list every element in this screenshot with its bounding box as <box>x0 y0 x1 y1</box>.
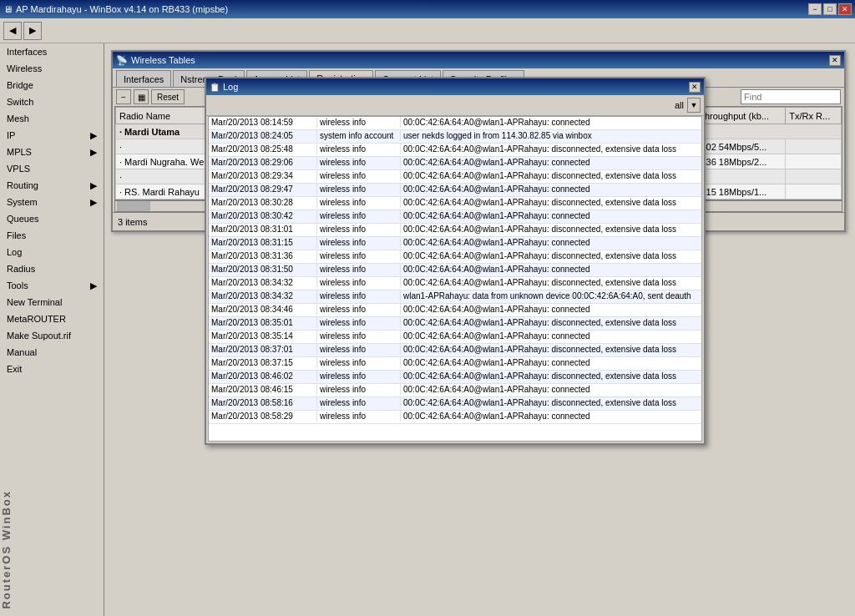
sidebar-item-radius[interactable]: Radius <box>0 260 104 277</box>
sidebar-label-mesh: Mesh <box>7 114 29 124</box>
sidebar-arrow-mpls: ▶ <box>90 147 97 158</box>
minus-button[interactable]: − <box>116 89 131 104</box>
sidebar-item-queues[interactable]: Queues <box>0 210 104 227</box>
tab-interfaces[interactable]: Interfaces <box>116 70 171 87</box>
log-window: 📋 Log ✕ all ▼ Mar/20/2013 08:14:59 wirel… <box>205 77 706 445</box>
filter-button[interactable]: ▦ <box>134 89 149 104</box>
log-row: Mar/20/2013 08:35:01 wireless info 00:0C… <box>209 317 701 331</box>
log-time: Mar/20/2013 08:35:14 <box>209 331 317 341</box>
sidebar-item-tools[interactable]: Tools ▶ <box>0 277 104 294</box>
sidebar-item-new-terminal[interactable]: New Terminal <box>0 294 104 311</box>
wireless-item-count: 3 items <box>118 217 147 227</box>
sidebar-item-metarouter[interactable]: MetaROUTER <box>0 311 104 327</box>
log-time: Mar/20/2013 08:34:32 <box>209 290 317 301</box>
log-time: Mar/20/2013 08:14:59 <box>209 117 317 128</box>
sidebar-item-vpls[interactable]: VPLS <box>0 160 104 177</box>
log-row: Mar/20/2013 08:35:14 wireless info 00:0C… <box>209 331 701 344</box>
sidebar-item-log[interactable]: Log <box>0 244 104 260</box>
sidebar-item-mpls[interactable]: MPLS ▶ <box>0 144 104 160</box>
sidebar-item-exit[interactable]: Exit <box>0 361 104 377</box>
log-topic: wireless info <box>317 144 401 154</box>
sidebar-label-vpls: VPLS <box>7 164 30 174</box>
log-message: 00:0C:42:6A:64:A0@wlan1-APRahayu: discon… <box>401 344 701 355</box>
log-topic: system info account <box>317 130 401 141</box>
log-row: Mar/20/2013 08:46:15 wireless info 00:0C… <box>209 384 701 397</box>
log-titlebar: 📋 Log ✕ <box>206 78 704 95</box>
log-time: Mar/20/2013 08:29:34 <box>209 170 317 181</box>
log-topic: wireless info <box>317 197 401 208</box>
log-message: 00:0C:42:6A:64:A0@wlan1-APRahayu: discon… <box>401 170 701 181</box>
log-message: 00:0C:42:6A:64:A0@wlan1-APRahayu: discon… <box>401 371 701 381</box>
log-row: Mar/20/2013 08:31:15 wireless info 00:0C… <box>209 237 701 250</box>
sidebar-label-log: Log <box>7 247 22 257</box>
log-row: Mar/20/2013 08:46:02 wireless info 00:0C… <box>209 371 701 384</box>
log-time: Mar/20/2013 08:29:06 <box>209 157 317 168</box>
log-entries-container[interactable]: Mar/20/2013 08:14:59 wireless info 00:0C… <box>208 116 702 442</box>
forward-button[interactable]: ▶ <box>23 22 42 40</box>
log-topic: wireless info <box>317 224 401 235</box>
log-time: Mar/20/2013 08:31:50 <box>209 264 317 275</box>
log-time: Mar/20/2013 08:29:47 <box>209 184 317 194</box>
log-time: Mar/20/2013 08:37:01 <box>209 344 317 355</box>
log-row: Mar/20/2013 08:29:06 wireless info 00:0C… <box>209 157 701 170</box>
log-message: 00:0C:42:6A:64:A0@wlan1-APRahayu: connec… <box>401 357 701 368</box>
close-button[interactable]: ✕ <box>838 3 852 15</box>
sidebar-label-wireless: Wireless <box>7 63 42 73</box>
sidebar-label-files: Files <box>7 230 26 240</box>
search-input[interactable] <box>741 89 841 104</box>
log-row: Mar/20/2013 08:58:16 wireless info 00:0C… <box>209 397 701 411</box>
sidebar-item-mesh[interactable]: Mesh <box>0 110 104 127</box>
sidebar-item-switch[interactable]: Switch <box>0 93 104 110</box>
sidebar-label-radius: Radius <box>7 264 35 274</box>
col-txrx[interactable]: Tx/Rx R... <box>786 108 842 124</box>
sidebar-item-make-supout[interactable]: Make Supout.rif <box>0 327 104 344</box>
wireless-tables-close[interactable]: ✕ <box>829 55 841 66</box>
log-topic: wireless info <box>317 237 401 248</box>
log-topic: wireless info <box>317 331 401 341</box>
title-bar-icon: 🖥 <box>3 4 13 14</box>
winbox-brand: RouterOS WinBox <box>0 483 104 616</box>
log-row: Mar/20/2013 08:14:59 wireless info 00:0C… <box>209 117 701 130</box>
log-topic: wireless info <box>317 317 401 328</box>
log-close-button[interactable]: ✕ <box>689 82 701 93</box>
wireless-tables-titlebar: 📡 Wireless Tables ✕ <box>113 52 844 68</box>
back-button[interactable]: ◀ <box>3 22 22 40</box>
reset-button[interactable]: Reset <box>151 89 185 104</box>
log-message: 00:0C:42:6A:64:A0@wlan1-APRahayu: discon… <box>401 277 701 288</box>
sidebar-item-files[interactable]: Files <box>0 227 104 244</box>
log-message: 00:0C:42:6A:64:A0@wlan1-APRahayu: connec… <box>401 184 701 194</box>
sidebar-item-system[interactable]: System ▶ <box>0 194 104 210</box>
sidebar: Interfaces Wireless Bridge Switch Mesh I… <box>0 43 104 616</box>
log-message: 00:0C:42:6A:64:A0@wlan1-APRahayu: connec… <box>401 157 701 168</box>
sidebar-label-routing: Routing <box>7 180 38 190</box>
log-time: Mar/20/2013 08:31:15 <box>209 237 317 248</box>
sidebar-label-system: System <box>7 197 38 207</box>
log-message: 00:0C:42:6A:64:A0@wlan1-APRahayu: discon… <box>401 397 701 408</box>
log-filter-dropdown[interactable]: ▼ <box>687 98 701 113</box>
log-topic: wireless info <box>317 304 401 315</box>
log-topic: wireless info <box>317 357 401 368</box>
log-row: Mar/20/2013 08:31:50 wireless info 00:0C… <box>209 264 701 277</box>
content-area: 📡 Wireless Tables ✕ Interfaces Nstreme D… <box>104 43 855 616</box>
log-message: 00:0C:42:6A:64:A0@wlan1-APRahayu: discon… <box>401 144 701 154</box>
title-bar-controls: − □ ✕ <box>808 3 852 15</box>
sidebar-label-tools: Tools <box>7 280 28 290</box>
log-time: Mar/20/2013 08:34:46 <box>209 304 317 315</box>
log-row: Mar/20/2013 08:30:42 wireless info 00:0C… <box>209 210 701 224</box>
sidebar-item-routing[interactable]: Routing ▶ <box>0 177 104 194</box>
sidebar-item-ip[interactable]: IP ▶ <box>0 127 104 144</box>
log-row: Mar/20/2013 08:31:01 wireless info 00:0C… <box>209 224 701 237</box>
sidebar-item-manual[interactable]: Manual <box>0 344 104 361</box>
log-topic: wireless info <box>317 371 401 381</box>
title-bar-text: AP Mardirahayu - WinBox v4.14 on RB433 (… <box>13 4 808 14</box>
sidebar-item-interfaces[interactable]: Interfaces <box>0 43 104 60</box>
minimize-button[interactable]: − <box>808 3 822 15</box>
log-topic: wireless info <box>317 264 401 275</box>
sidebar-item-bridge[interactable]: Bridge <box>0 77 104 93</box>
log-message: 00:0C:42:6A:64:A0@wlan1-APRahayu: discon… <box>401 224 701 235</box>
log-message: 00:0C:42:6A:64:A0@wlan1-APRahayu: connec… <box>401 264 701 275</box>
sidebar-item-wireless[interactable]: Wireless <box>0 60 104 77</box>
log-row: Mar/20/2013 08:37:15 wireless info 00:0C… <box>209 357 701 371</box>
log-time: Mar/20/2013 08:46:02 <box>209 371 317 381</box>
maximize-button[interactable]: □ <box>823 3 837 15</box>
